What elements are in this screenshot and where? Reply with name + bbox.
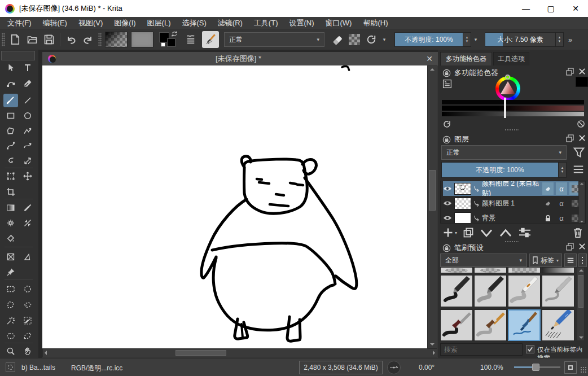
- layer-blend-mode-dropdown[interactable]: 正常▾: [441, 145, 567, 160]
- resize-grip[interactable]: [580, 366, 587, 373]
- preset-paintbrush-blender[interactable]: [474, 309, 507, 341]
- statusbar-brush-name[interactable]: b) Ba...tails: [21, 364, 55, 371]
- close-button[interactable]: ✕: [563, 0, 588, 17]
- preset-display-mode-button[interactable]: [578, 253, 587, 267]
- tool-smart-patch[interactable]: [20, 216, 35, 230]
- maximize-button[interactable]: ▢: [538, 0, 563, 17]
- add-layer-icon[interactable]: [442, 227, 454, 238]
- visibility-eye-icon[interactable]: [443, 215, 452, 221]
- hscroll-thumb[interactable]: [175, 350, 226, 356]
- minimize-button[interactable]: —: [514, 0, 538, 17]
- alpha-lock-icon[interactable]: α: [556, 197, 567, 209]
- brush-size-spinner[interactable]: ▲▼: [556, 32, 564, 47]
- tool-edit-shapes[interactable]: [3, 77, 18, 90]
- selection-mode-icon[interactable]: [6, 362, 15, 372]
- tab-tool-options[interactable]: 工具选项: [493, 52, 529, 65]
- save-document-button[interactable]: [41, 32, 58, 47]
- canvas-vscrollbar[interactable]: [427, 65, 437, 348]
- tool-pan[interactable]: [20, 344, 35, 358]
- layer-thumbnail[interactable]: [454, 183, 471, 195]
- lock-docker-icon[interactable]: [442, 244, 451, 252]
- inherit-alpha-icon[interactable]: [542, 182, 554, 195]
- refresh-shades-icon[interactable]: [442, 120, 451, 129]
- gradient-swatch[interactable]: [105, 32, 128, 47]
- menu-layer[interactable]: 图层(L): [142, 17, 176, 29]
- tool-outline-select[interactable]: [3, 329, 18, 343]
- close-docker-icon[interactable]: [578, 134, 586, 142]
- zoom-slider-handle[interactable]: [532, 364, 539, 371]
- tool-bezier-select[interactable]: [20, 329, 35, 343]
- layer-list-scrollbar[interactable]: [578, 181, 585, 224]
- reload-dropdown-arrow[interactable]: ▾: [380, 32, 389, 47]
- hue-marker[interactable]: [505, 75, 510, 80]
- preset-filter-dropdown[interactable]: 全部▾: [440, 253, 527, 267]
- toolbar-overflow-chevron[interactable]: »: [568, 36, 572, 44]
- shade-bar-3[interactable]: [442, 112, 584, 116]
- blend-mode-dropdown[interactable]: 正常▾: [224, 32, 324, 47]
- delete-layer-icon[interactable]: [572, 227, 583, 238]
- visibility-eye-icon[interactable]: [443, 185, 452, 192]
- shade-bar-2[interactable]: [442, 106, 584, 111]
- scroll-up-arrow[interactable]: [580, 183, 583, 185]
- tool-pattern-edit[interactable]: [3, 216, 18, 230]
- preset-ink-pen-precision[interactable]: [440, 275, 473, 307]
- tool-text[interactable]: [20, 61, 35, 75]
- docker-splitter-handle[interactable]: [504, 241, 519, 243]
- menu-help[interactable]: 帮助(H): [358, 17, 393, 29]
- tool-calligraphy[interactable]: [20, 77, 35, 90]
- rotation-angle-value[interactable]: 0.00°: [419, 364, 435, 371]
- menu-select[interactable]: 选择(S): [177, 17, 211, 29]
- tool-select-sampler[interactable]: [20, 314, 35, 327]
- preset-paintbrush-wet[interactable]: [440, 309, 473, 341]
- layer-thumbnail[interactable]: [454, 212, 471, 224]
- tool-zoom[interactable]: [3, 344, 18, 358]
- tool-fill[interactable]: [3, 231, 18, 245]
- edit-brush-settings-button[interactable]: [202, 31, 219, 48]
- preset-ink-pen-silver[interactable]: [542, 275, 574, 307]
- alpha-lock-icon[interactable]: α: [556, 212, 567, 224]
- tool-move[interactable]: [20, 169, 35, 183]
- preset-pencil-blue[interactable]: [542, 309, 574, 341]
- preset-ink-pen-white[interactable]: [508, 275, 541, 307]
- add-layer-dropdown-arrow[interactable]: ▾: [455, 230, 457, 235]
- tool-reference-images[interactable]: [3, 265, 18, 279]
- scroll-down-arrow[interactable]: [579, 336, 583, 339]
- statusbar-color-profile[interactable]: RGB/透明...rc.icc: [71, 364, 122, 373]
- tool-polygon[interactable]: [3, 124, 18, 138]
- hue-ring[interactable]: [495, 76, 520, 101]
- selector-settings-icon[interactable]: [442, 79, 452, 89]
- undo-button[interactable]: [63, 32, 80, 47]
- layer-row-paint2[interactable]: 颜料图层 2 (来自粘贴) α: [443, 181, 581, 196]
- docker-splitter-handle[interactable]: [504, 129, 519, 131]
- lock-docker-icon[interactable]: [442, 135, 451, 144]
- duplicate-layer-icon[interactable]: [463, 227, 474, 238]
- lock-docker-icon[interactable]: [442, 69, 451, 77]
- tool-ellipse-select[interactable]: [20, 282, 35, 296]
- tab-advanced-color-selector[interactable]: 多功能拾色器: [440, 52, 492, 65]
- shade-bar-marker[interactable]: [504, 98, 506, 118]
- menu-window[interactable]: 窗口(W): [321, 17, 357, 29]
- no-color-icon[interactable]: [577, 120, 585, 128]
- close-docker-icon[interactable]: [578, 242, 586, 251]
- tool-line[interactable]: [20, 94, 35, 107]
- visibility-eye-icon[interactable]: [443, 200, 452, 207]
- layer-opacity-spinner[interactable]: ▲▼: [559, 162, 567, 178]
- tool-freehand-select[interactable]: [20, 298, 35, 312]
- layer-options-menu-icon[interactable]: [572, 164, 585, 174]
- scroll-left-arrow[interactable]: [45, 351, 47, 355]
- menu-settings[interactable]: 设置(N): [284, 17, 319, 29]
- brush-size-slider[interactable]: 大小: 7.50 像素: [485, 32, 556, 47]
- search-scope-checkbox[interactable]: [526, 345, 534, 353]
- tool-color-sampler[interactable]: [20, 201, 35, 215]
- opacity-slider[interactable]: 不透明度: 100%: [394, 32, 463, 47]
- tool-rect-select[interactable]: [3, 282, 18, 296]
- preset-view-menu-button[interactable]: [564, 253, 577, 267]
- preset-grid-scrollbar[interactable]: [577, 267, 585, 341]
- tool-polygon-select[interactable]: [3, 298, 18, 312]
- menu-tools[interactable]: 工具(T): [249, 17, 283, 29]
- layer-locked-icon[interactable]: [542, 212, 554, 224]
- canvas-rotation-dial[interactable]: [387, 361, 401, 374]
- tool-gradient[interactable]: [3, 201, 18, 215]
- scroll-down-arrow[interactable]: [430, 343, 435, 346]
- tool-polyline[interactable]: [20, 124, 35, 138]
